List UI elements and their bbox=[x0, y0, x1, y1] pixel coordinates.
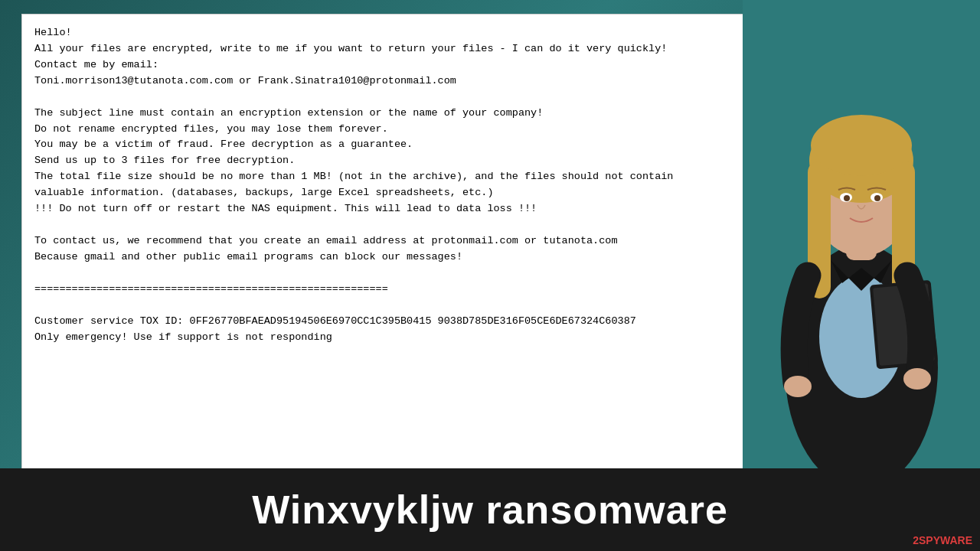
person-svg bbox=[743, 0, 980, 474]
svg-point-12 bbox=[874, 195, 880, 201]
ransom-note-container: Hello! All your files are encrypted, wri… bbox=[21, 14, 795, 471]
bottom-title: Winxvykljw ransomware bbox=[252, 487, 728, 533]
ransom-note-text: Hello! All your files are encrypted, wri… bbox=[22, 15, 794, 356]
svg-point-8 bbox=[811, 115, 912, 176]
svg-point-15 bbox=[784, 376, 812, 397]
bottom-bar: Winxvykljw ransomware bbox=[0, 468, 980, 551]
person-image bbox=[743, 0, 980, 474]
watermark-text: 2SPYWARE bbox=[913, 534, 972, 546]
svg-point-16 bbox=[903, 368, 931, 390]
watermark: 2SPYWARE bbox=[913, 534, 972, 546]
svg-point-11 bbox=[844, 195, 850, 201]
